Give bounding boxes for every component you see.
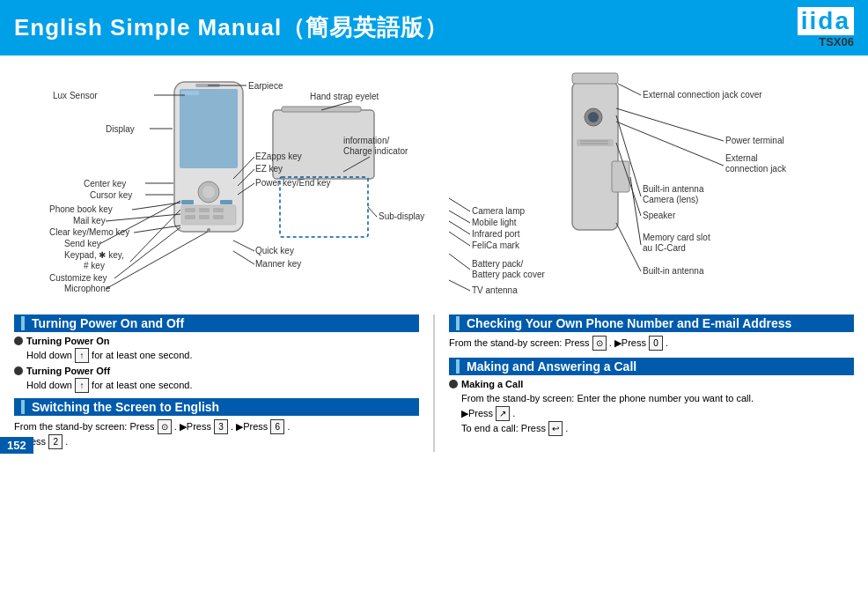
svg-text:Microphone: Microphone: [64, 284, 111, 293]
checking-phone-heading: Checking Your Own Phone Number and E-mai…: [449, 314, 854, 332]
hand-strap-label: Hand strap eyelet: [310, 92, 379, 101]
svg-text:Keypad, ✱ key,: Keypad, ✱ key,: [64, 250, 124, 260]
svg-text:Send key: Send key: [64, 239, 101, 248]
power-off-text: Hold down ↑ for at least one second.: [26, 378, 419, 393]
making-call-text: From the stand-by screen: Enter the phon…: [461, 391, 854, 436]
earpiece-label: Earpiece: [248, 81, 283, 91]
svg-text:Customize key: Customize key: [49, 273, 107, 283]
svg-rect-11: [199, 215, 210, 219]
svg-rect-22: [577, 139, 614, 146]
svg-text:Battery pack/: Battery pack/: [472, 259, 524, 269]
svg-text:External: External: [725, 153, 758, 163]
svg-rect-9: [213, 208, 224, 212]
svg-point-21: [588, 112, 599, 122]
svg-line-42: [134, 226, 180, 233]
svg-text:Cursor key: Cursor key: [90, 190, 132, 200]
power-on-text: Hold down ↑ for at least one second.: [26, 348, 419, 363]
svg-line-80: [616, 108, 724, 141]
svg-text:EZ key: EZ key: [255, 164, 283, 174]
svg-text:Sub-display: Sub-display: [379, 211, 424, 221]
svg-text:External connection jack cover: External connection jack cover: [643, 90, 762, 100]
svg-text:Charge indicator: Charge indicator: [343, 146, 408, 156]
svg-rect-25: [612, 161, 629, 192]
svg-line-61: [233, 240, 254, 251]
header: English Simple Manual（簡易英語版） iida TSX06: [0, 0, 868, 55]
right-column: Checking Your Own Phone Number and E-mai…: [435, 314, 854, 452]
svg-rect-1: [180, 89, 238, 168]
svg-text:Power key/End key: Power key/End key: [255, 178, 331, 188]
power-off-label: Turning Power Off: [14, 366, 419, 376]
diagram-area: Lux Sensor Earpiece Display Hand strap e…: [0, 55, 868, 311]
power-on-key: ↑: [75, 348, 89, 363]
svg-text:Mobile light: Mobile light: [472, 218, 517, 227]
page-number: 152: [0, 437, 33, 454]
svg-text:Phone book key: Phone book key: [49, 204, 113, 214]
left-column: Turning Power On and Off Turning Power O…: [14, 314, 435, 452]
svg-text:Power terminal: Power terminal: [725, 136, 784, 145]
brand-logo: iida TSX06: [798, 7, 854, 48]
svg-text:au IC-Card: au IC-Card: [643, 243, 686, 253]
svg-rect-8: [199, 208, 210, 212]
svg-text:FeliCa mark: FeliCa mark: [472, 240, 520, 250]
svg-text:# key: # key: [84, 261, 105, 270]
making-call-heading: Making and Answering a Call: [449, 358, 854, 375]
svg-line-51: [106, 232, 208, 289]
svg-text:Speaker: Speaker: [643, 211, 676, 220]
svg-line-71: [449, 232, 470, 246]
device-diagram: Lux Sensor Earpiece Display Hand strap e…: [0, 55, 868, 311]
svg-line-93: [616, 223, 641, 271]
checking-phone-text: From the stand-by screen: Press ⊙ . ▶Pre…: [449, 336, 854, 351]
svg-text:TV antenna: TV antenna: [472, 285, 518, 295]
svg-rect-13: [181, 200, 194, 204]
info-charge-label: information/: [343, 136, 389, 145]
svg-text:Camera lamp: Camera lamp: [472, 206, 525, 216]
svg-line-59: [368, 207, 377, 217]
turning-power-heading: Turning Power On and Off: [14, 314, 419, 332]
svg-line-67: [449, 211, 470, 223]
lux-sensor-label: Lux Sensor: [53, 91, 98, 100]
svg-text:Quick key: Quick key: [255, 246, 294, 255]
brand-name: iida: [798, 7, 854, 35]
power-off-key: ↑: [75, 378, 89, 393]
svg-text:Center key: Center key: [84, 179, 126, 189]
brand-model: TSX06: [819, 35, 854, 48]
svg-text:Built-in antenna: Built-in antenna: [643, 266, 704, 276]
svg-rect-19: [572, 82, 618, 230]
switching-english-heading: Switching the Screen to English: [14, 398, 419, 416]
svg-text:Built-in antenna: Built-in antenna: [643, 184, 704, 194]
making-call-label: Making a Call: [449, 379, 854, 389]
svg-rect-17: [282, 107, 361, 112]
svg-text:Mail key: Mail key: [73, 216, 106, 226]
svg-point-5: [202, 186, 215, 198]
switching-english-text: From the stand-by screen: Press ⊙ . ▶Pre…: [14, 419, 419, 449]
svg-line-69: [449, 221, 470, 234]
svg-text:Clear key/Memo key: Clear key/Memo key: [49, 227, 129, 237]
svg-point-15: [207, 228, 210, 232]
svg-line-83: [616, 122, 724, 166]
svg-text:EZapps key: EZapps key: [255, 152, 302, 161]
svg-rect-7: [185, 208, 195, 212]
svg-rect-14: [220, 200, 232, 204]
svg-line-40: [106, 214, 180, 221]
svg-line-47: [130, 210, 180, 262]
svg-line-38: [132, 203, 180, 210]
page-title: English Simple Manual（簡易英語版）: [14, 12, 448, 43]
svg-text:Camera (lens): Camera (lens): [643, 195, 698, 204]
svg-text:Battery pack cover: Battery pack cover: [472, 270, 545, 279]
svg-line-63: [233, 251, 254, 264]
svg-line-74: [449, 254, 470, 270]
svg-rect-26: [572, 73, 618, 84]
svg-text:Infrared port: Infrared port: [472, 229, 520, 239]
svg-rect-12: [213, 215, 224, 219]
svg-text:Manner key: Manner key: [255, 259, 301, 269]
power-on-label: Turning Power On: [14, 336, 419, 346]
svg-line-78: [618, 84, 641, 95]
svg-text:Memory card slot: Memory card slot: [643, 233, 710, 242]
svg-line-76: [449, 280, 470, 291]
svg-rect-10: [185, 215, 195, 219]
svg-line-65: [449, 198, 470, 211]
svg-text:connection jack: connection jack: [725, 164, 787, 174]
svg-rect-2: [181, 91, 199, 95]
display-label: Display: [106, 124, 135, 134]
